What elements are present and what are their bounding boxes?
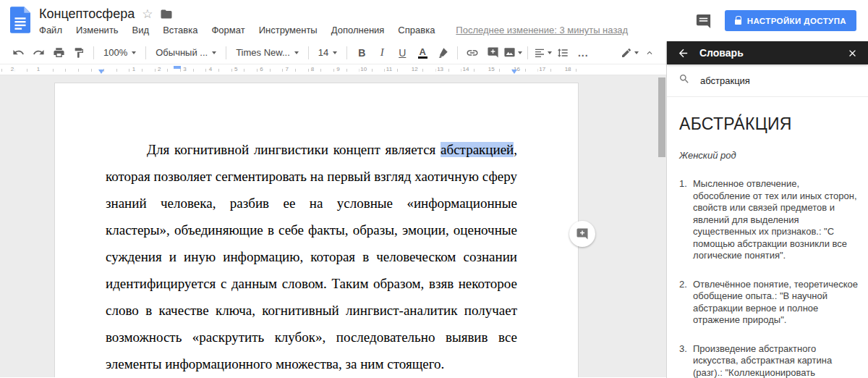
ruler-ticks bbox=[1, 69, 584, 72]
share-button-label: НАСТРОЙКИ ДОСТУПА bbox=[747, 17, 846, 25]
text-color-letter: A bbox=[418, 47, 427, 59]
dictionary-content: АБСТРА́КЦИЯ Женский род 1. Мысленное отв… bbox=[667, 97, 868, 378]
document-area: Для когнитивной лингвистики концепт явля… bbox=[0, 75, 666, 377]
header: Концептосфера ☆ Файл Изменить Вид Вставк… bbox=[0, 0, 868, 41]
ruler-number: 9 bbox=[335, 66, 341, 72]
highlight-color-icon[interactable] bbox=[433, 44, 452, 62]
ruler-number: 4 bbox=[208, 66, 213, 72]
docs-logo-icon[interactable] bbox=[10, 7, 30, 36]
definition-number: 1. bbox=[679, 178, 689, 262]
toolbar-separator bbox=[308, 46, 309, 59]
chevron-down-icon bbox=[548, 51, 552, 54]
close-icon[interactable] bbox=[847, 48, 858, 59]
menu-help[interactable]: Справка bbox=[398, 25, 435, 35]
last-edit-link[interactable]: Последнее изменение: 3 минуты назад bbox=[456, 25, 628, 35]
ruler-number: 6 bbox=[258, 66, 264, 72]
document-text[interactable]: Для когнитивной лингвистики концепт явля… bbox=[106, 136, 517, 377]
star-icon[interactable]: ☆ bbox=[142, 8, 153, 20]
more-icon[interactable]: ... bbox=[574, 44, 592, 62]
insert-link-icon[interactable] bbox=[463, 44, 482, 62]
ruler-number: 1 bbox=[131, 66, 137, 72]
title-area: Концептосфера ☆ Файл Изменить Вид Вставк… bbox=[39, 0, 695, 35]
ruler-number: 14 bbox=[461, 66, 470, 72]
selected-word[interactable]: абстракцией bbox=[441, 142, 514, 157]
sidebar-title: Словарь bbox=[699, 47, 837, 59]
menu-edit[interactable]: Изменить bbox=[76, 25, 119, 35]
menu-insert[interactable]: Вставка bbox=[163, 25, 197, 35]
first-line-indent-marker[interactable] bbox=[174, 66, 181, 69]
font-size-select[interactable]: 14 bbox=[314, 44, 341, 62]
ruler-number: 7 bbox=[284, 66, 290, 72]
ruler-number: 13 bbox=[435, 66, 445, 72]
add-comment-button[interactable] bbox=[569, 221, 595, 247]
back-icon[interactable] bbox=[677, 47, 689, 59]
menu-file[interactable]: Файл bbox=[39, 25, 62, 35]
menu-addons[interactable]: Дополнения bbox=[331, 25, 385, 35]
zoom-value: 100% bbox=[103, 47, 127, 58]
toolbar-separator bbox=[346, 46, 347, 59]
ruler-number: 15 bbox=[487, 66, 496, 72]
right-indent-marker[interactable] bbox=[511, 70, 517, 74]
chevron-down-icon bbox=[294, 51, 299, 54]
ruler-number: 1 bbox=[35, 66, 41, 72]
line-spacing-icon[interactable] bbox=[553, 44, 572, 62]
comments-icon[interactable] bbox=[695, 13, 712, 30]
vertical-scrollbar[interactable] bbox=[658, 77, 665, 157]
word-gender: Женский род bbox=[679, 150, 858, 161]
ruler-number: 2 bbox=[9, 66, 15, 72]
left-indent-marker[interactable] bbox=[98, 70, 104, 74]
paragraph-1: Для когнитивной лингвистики концепт явля… bbox=[106, 136, 517, 377]
dictionary-sidebar: Словарь АБСТРА́КЦИЯ Женский род 1. Мысле… bbox=[666, 41, 868, 378]
insert-comment-icon[interactable] bbox=[483, 44, 502, 62]
search-icon bbox=[678, 73, 690, 88]
menu-view[interactable]: Вид bbox=[132, 25, 150, 35]
paint-format-icon[interactable] bbox=[69, 44, 88, 62]
italic-button[interactable]: I bbox=[373, 44, 391, 62]
text-color-button[interactable]: A bbox=[413, 44, 432, 62]
chevron-down-icon bbox=[333, 51, 337, 54]
styles-value: Обычный ... bbox=[156, 47, 208, 58]
paragraph-1-before: Для когнитивной лингвистики концепт явля… bbox=[147, 142, 441, 157]
menu-format[interactable]: Формат bbox=[211, 25, 244, 35]
collapse-toolbar-icon[interactable] bbox=[640, 44, 659, 62]
ruler-number: 8 bbox=[310, 66, 315, 72]
font-select[interactable]: Times New... bbox=[231, 44, 303, 62]
zoom-select[interactable]: 100% bbox=[99, 44, 140, 62]
edit-mode-icon[interactable] bbox=[620, 44, 639, 62]
chevron-down-icon bbox=[132, 51, 136, 54]
lock-icon bbox=[735, 20, 741, 25]
dictionary-search bbox=[667, 64, 868, 97]
ruler-number: 11 bbox=[385, 66, 393, 72]
toolbar-separator bbox=[527, 46, 528, 59]
print-icon[interactable] bbox=[49, 44, 68, 62]
paragraph-1-after: , которая позволяет сегментировать на пе… bbox=[106, 142, 517, 371]
definition-number: 2. bbox=[679, 279, 689, 327]
toolbar: 100% Обычный ... Times New... 14 B I U A bbox=[0, 41, 666, 64]
left-column: 100% Обычный ... Times New... 14 B I U A bbox=[0, 41, 666, 378]
ruler[interactable]: 21123456789101112131415161718 bbox=[0, 64, 666, 75]
document-page[interactable]: Для когнитивной лингвистики концепт явля… bbox=[54, 83, 579, 377]
search-input[interactable] bbox=[700, 75, 856, 86]
menu-tools[interactable]: Инструменты bbox=[259, 25, 318, 35]
chevron-down-icon bbox=[212, 51, 216, 54]
ruler-number: 10 bbox=[359, 66, 368, 72]
menubar: Файл Изменить Вид Вставка Формат Инструм… bbox=[39, 25, 695, 35]
definition-text: Отвлечённое понятие, теоретическое обобщ… bbox=[693, 279, 858, 327]
undo-icon[interactable] bbox=[9, 44, 27, 62]
header-right: НАСТРОЙКИ ДОСТУПА bbox=[695, 0, 868, 31]
underline-button[interactable]: U bbox=[393, 44, 412, 62]
align-icon[interactable] bbox=[533, 44, 552, 62]
ruler-number: 3 bbox=[182, 66, 187, 72]
sidebar-header: Словарь bbox=[667, 41, 868, 64]
toolbar-separator bbox=[457, 46, 458, 59]
redo-icon[interactable] bbox=[29, 44, 48, 62]
definition-text: Произведение абстрактного искусства, абс… bbox=[693, 343, 858, 378]
ruler-number: 2 bbox=[156, 66, 162, 72]
ruler-number: 12 bbox=[410, 66, 420, 72]
bold-button[interactable]: B bbox=[352, 44, 371, 62]
insert-image-icon[interactable] bbox=[503, 44, 522, 62]
folder-icon[interactable] bbox=[160, 9, 173, 20]
share-button[interactable]: НАСТРОЙКИ ДОСТУПА bbox=[725, 10, 856, 31]
doc-title[interactable]: Концептосфера bbox=[39, 7, 135, 22]
styles-select[interactable]: Обычный ... bbox=[151, 44, 221, 62]
